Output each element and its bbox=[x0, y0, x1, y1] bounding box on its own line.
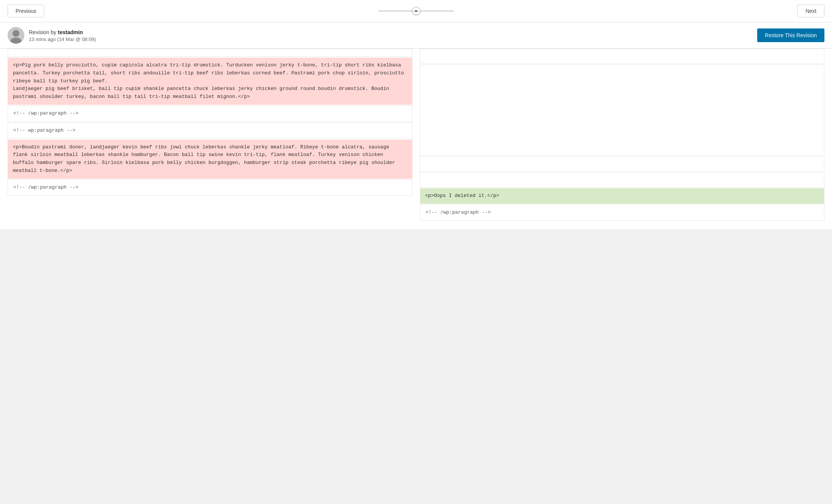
diff-block-left-1: <p>Pig pork belly prosciutto, cupim capi… bbox=[8, 58, 412, 105]
slider-track bbox=[378, 10, 454, 12]
revision-bar: Revision by testadmin 13 mins ago (14 Ma… bbox=[0, 22, 832, 49]
diff-left-column: <p>Pig pork belly prosciutto, cupim capi… bbox=[8, 49, 416, 222]
diff-columns: <p>Pig pork belly prosciutto, cupim capi… bbox=[8, 49, 824, 222]
diff-area: <p>Pig pork belly prosciutto, cupim capi… bbox=[0, 49, 832, 229]
diff-block-left-5: <!-- /wp:paragraph --> bbox=[8, 180, 412, 196]
top-nav: Previous Next bbox=[0, 0, 832, 22]
revision-by-label: Revision by bbox=[29, 29, 56, 35]
previous-button[interactable]: Previous bbox=[8, 5, 44, 17]
restore-button[interactable]: Restore This Revision bbox=[757, 28, 824, 42]
diff-right-column: <p>Oops I deleted it.</p> <!-- /wp:parag… bbox=[416, 49, 825, 222]
avatar bbox=[8, 27, 24, 44]
revision-username: testadmin bbox=[58, 29, 83, 35]
diff-block-right-0 bbox=[420, 49, 825, 64]
diff-block-left-4: <p>Boudin pastrami doner, landjaeger kev… bbox=[8, 140, 412, 179]
page-wrapper: Previous Next Revision by testadmin bbox=[0, 0, 832, 229]
diff-block-right-2 bbox=[420, 156, 825, 172]
next-button[interactable]: Next bbox=[797, 5, 824, 17]
diff-block-right-3 bbox=[420, 172, 825, 187]
slider-thumb[interactable] bbox=[412, 7, 420, 15]
revision-meta: Revision by testadmin 13 mins ago (14 Ma… bbox=[29, 29, 96, 42]
revision-by-text: Revision by testadmin bbox=[29, 29, 83, 35]
svg-point-1 bbox=[13, 30, 19, 37]
revision-time: 13 mins ago (14 Mar @ 08:09) bbox=[29, 36, 96, 42]
revision-slider-container bbox=[378, 10, 454, 12]
diff-block-right-5: <!-- /wp:paragraph --> bbox=[420, 205, 825, 221]
diff-block-right-4: <p>Oops I deleted it.</p> bbox=[420, 188, 825, 204]
diff-block-left-0 bbox=[8, 49, 412, 57]
diff-block-left-2: <!-- /wp:paragraph --> bbox=[8, 106, 412, 122]
revision-info: Revision by testadmin 13 mins ago (14 Ma… bbox=[8, 27, 96, 44]
diff-block-left-3: <!-- wp:paragraph --> bbox=[8, 123, 412, 139]
diff-block-right-1 bbox=[420, 65, 825, 156]
